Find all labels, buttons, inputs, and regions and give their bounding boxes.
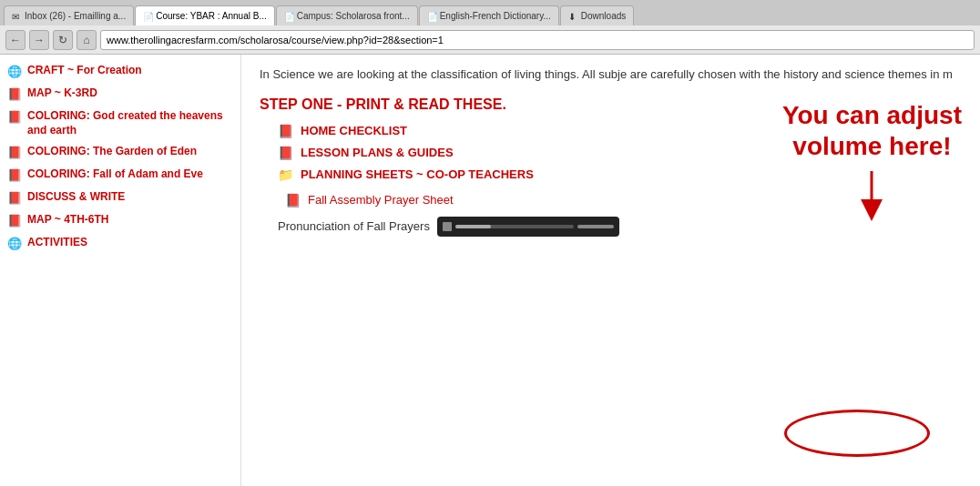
tab-1-favicon: ✉	[12, 12, 21, 21]
step-header: STEP ONE - PRINT & READ THESE.	[260, 96, 962, 113]
pdf-icon-lesson: 📕	[278, 146, 293, 160]
main-content: In Science we are looking at the classif…	[241, 55, 980, 486]
pdf-icon-3: 📕	[7, 146, 22, 160]
resource-label-lesson: LESSON PLANS & GUIDES	[301, 146, 454, 159]
resource-list: 📕 HOME CHECKLIST 📕 LESSON PLANS & GUIDES…	[278, 124, 962, 182]
tab-5[interactable]: ⬇ Downloads	[560, 5, 634, 25]
resource-item-planning-sheets[interactable]: 📁 PLANNING SHEETS ~ CO-OP TEACHERS	[278, 167, 962, 182]
audio-player[interactable]	[437, 217, 619, 237]
reload-button[interactable]: ↻	[53, 30, 73, 50]
tab-1[interactable]: ✉ Inbox (26) - Emailling a...	[4, 5, 134, 25]
nav-bar: ← → ↻ ⌂	[0, 25, 980, 55]
pdf-icon-checklist: 📕	[278, 124, 293, 138]
tab-bar: ✉ Inbox (26) - Emailling a... 📄 Course: …	[0, 0, 980, 25]
sidebar-label-craft: CRAFT ~ For Creation	[27, 64, 142, 78]
sidebar-item-craft[interactable]: 🌐 CRAFT ~ For Creation	[0, 60, 240, 83]
sidebar-item-coloring-fall[interactable]: 📕 COLORING: Fall of Adam and Eve	[0, 164, 240, 187]
sidebar: 🌐 CRAFT ~ For Creation 📕 MAP ~ K-3RD 📕 C…	[0, 55, 241, 486]
resource-label-checklist: HOME CHECKLIST	[301, 124, 407, 137]
tab-4-label: English-French Dictionary...	[440, 11, 551, 21]
resource-label-planning: PLANNING SHEETS ~ CO-OP TEACHERS	[301, 167, 534, 181]
pdf-icon-2: 📕	[7, 110, 22, 125]
resource-sub-prayer: 📕 Fall Assembly Prayer Sheet	[285, 193, 962, 208]
globe-icon: 🌐	[7, 65, 22, 79]
folder-icon-planning: 📁	[278, 167, 293, 182]
tab-3-favicon: 📄	[284, 12, 293, 21]
sidebar-label-coloring-garden: COLORING: The Garden of Eden	[27, 145, 197, 159]
pdf-icon: 📕	[7, 87, 22, 102]
address-bar[interactable]	[100, 30, 975, 50]
tab-5-label: Downloads	[581, 11, 626, 21]
resource-label-prayer: Fall Assembly Prayer Sheet	[308, 193, 454, 207]
sidebar-label-coloring-fall: COLORING: Fall of Adam and Eve	[27, 167, 203, 182]
home-button[interactable]: ⌂	[77, 30, 97, 50]
forward-button[interactable]: →	[29, 30, 49, 50]
page-container: 🌐 CRAFT ~ For Creation 📕 MAP ~ K-3RD 📕 C…	[0, 55, 980, 486]
tab-2[interactable]: 📄 Course: YBAR : Annual B...	[135, 5, 275, 25]
globe-icon-2: 🌐	[7, 237, 22, 251]
audio-label: Pronunciation of Fall Prayers	[278, 219, 430, 233]
sidebar-item-discuss[interactable]: 📕 DISCUSS & WRITE	[0, 187, 240, 209]
tab-2-label: Course: YBAR : Annual B...	[156, 11, 267, 21]
back-button[interactable]: ←	[5, 30, 26, 50]
sidebar-item-activities[interactable]: 🌐 ACTIVITIES	[0, 232, 240, 255]
intro-text: In Science we are looking at the classif…	[260, 66, 962, 84]
progress-fill	[455, 225, 491, 228]
tab-2-favicon: 📄	[143, 12, 152, 21]
sidebar-item-coloring-garden[interactable]: 📕 COLORING: The Garden of Eden	[0, 141, 240, 164]
tab-3-label: Campus: Scholarosa front...	[297, 11, 410, 21]
pdf-icon-4: 📕	[7, 168, 22, 183]
sidebar-label-coloring-god: COLORING: God created the heavens and ea…	[27, 109, 233, 137]
sidebar-label-discuss: DISCUSS & WRITE	[27, 190, 125, 205]
pdf-icon-6: 📕	[7, 214, 22, 228]
pdf-icon-5: 📕	[7, 191, 22, 206]
tab-4[interactable]: 📄 English-French Dictionary...	[419, 5, 559, 25]
volume-slider[interactable]	[577, 225, 614, 228]
resource-item-lesson-plans[interactable]: 📕 LESSON PLANS & GUIDES	[278, 146, 962, 160]
tab-1-label: Inbox (26) - Emailling a...	[25, 11, 126, 21]
sidebar-label-map-4th6th: MAP ~ 4TH-6TH	[27, 213, 108, 228]
browser-chrome: ✉ Inbox (26) - Emailling a... 📄 Course: …	[0, 0, 980, 55]
audio-row: Pronunciation of Fall Prayers	[278, 217, 962, 237]
tab-4-favicon: 📄	[427, 12, 436, 21]
sidebar-label-map-k3rd: MAP ~ K-3RD	[27, 86, 97, 101]
sidebar-item-map-4th6th[interactable]: 📕 MAP ~ 4TH-6TH	[0, 209, 240, 232]
resource-item-prayer[interactable]: 📕 Fall Assembly Prayer Sheet	[285, 193, 962, 208]
play-button[interactable]	[443, 222, 452, 231]
progress-bar[interactable]	[455, 225, 574, 228]
sidebar-label-activities: ACTIVITIES	[27, 236, 87, 250]
pdf-icon-prayer: 📕	[285, 193, 301, 208]
sidebar-item-coloring-god[interactable]: 📕 COLORING: God created the heavens and …	[0, 106, 240, 141]
resource-item-checklist[interactable]: 📕 HOME CHECKLIST	[278, 124, 962, 138]
sidebar-item-map-k3rd[interactable]: 📕 MAP ~ K-3RD	[0, 83, 240, 106]
tab-3[interactable]: 📄 Campus: Scholarosa front...	[276, 5, 418, 25]
tab-5-favicon: ⬇	[568, 12, 577, 21]
volume-highlight-circle	[784, 410, 930, 457]
